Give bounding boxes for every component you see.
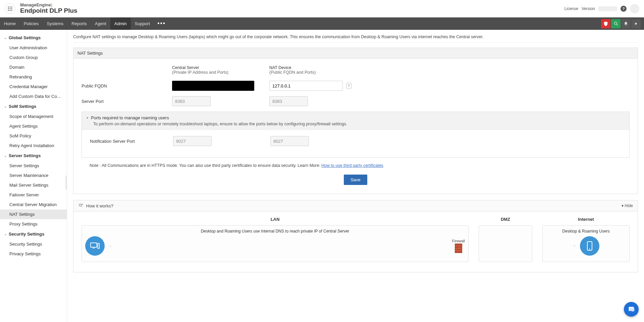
hide-label: Hide: [625, 203, 633, 208]
nav-more[interactable]: •••: [154, 17, 169, 30]
svg-point-5: [11, 8, 12, 9]
how-body: LAN Desktop and Roaming Users use Intern…: [73, 211, 638, 272]
column-headers: Central Server (Private IP Address and P…: [82, 65, 630, 75]
zone-lan-title: LAN: [82, 217, 469, 222]
nav-admin[interactable]: Admin: [110, 17, 131, 30]
col-central-sub: (Private IP Address and Ports): [172, 70, 269, 75]
nat-settings-panel: NAT Settings Central Server (Private IP …: [73, 48, 638, 194]
nav-reports[interactable]: Reports: [67, 17, 91, 30]
brand-bottom: Endpoint DLP Plus: [20, 7, 77, 14]
sidebar-item-user-admin[interactable]: User Administration: [0, 43, 67, 53]
how-header: How it works? ▾ Hide: [73, 200, 638, 211]
hide-toggle[interactable]: ▾ Hide: [622, 203, 633, 208]
input-server-port-nat[interactable]: [269, 96, 308, 106]
input-public-fqdn-central[interactable]: [172, 81, 254, 91]
sidebar-item-custom-data[interactable]: Add Custom Data for Comput...: [0, 91, 67, 101]
quick-actions-icon[interactable]: [631, 19, 641, 28]
sidebar-item-mail-server[interactable]: Mail Server Settings: [0, 180, 67, 190]
how-title: How it works?: [86, 203, 113, 208]
app-header: ManageEngine) Endpoint DLP Plus License …: [0, 0, 644, 17]
sub-panel-body: Notification Server Port: [82, 130, 629, 157]
sidebar-group-global[interactable]: ⌄Global Settings: [0, 33, 67, 43]
sidebar-item-som-policy[interactable]: SoM Policy: [0, 131, 67, 141]
user-avatar[interactable]: [630, 4, 639, 13]
sidebar-item-privacy-settings[interactable]: Privacy Settings: [0, 249, 67, 259]
nav-agent[interactable]: Agent: [91, 17, 110, 30]
sidebar-item-nat[interactable]: NAT Settings: [0, 209, 67, 219]
svg-point-3: [8, 8, 9, 9]
input-notification-port-central[interactable]: [173, 136, 212, 146]
help-icon[interactable]: ?: [621, 6, 627, 12]
page-intro: Configure NAT settings to manage Desktop…: [73, 35, 638, 43]
version-label: Version: [582, 6, 595, 11]
apps-launcher-button[interactable]: [5, 3, 15, 14]
zone-dmz-title: DMZ: [479, 217, 532, 222]
help-public-fqdn[interactable]: ?: [346, 83, 352, 89]
sidebar-group-label: Global Settings: [9, 35, 41, 40]
col-nat-title: NAT Device: [269, 65, 367, 70]
sidebar-item-domain[interactable]: Domain: [0, 62, 67, 72]
body: ⌄Global Settings User Administration Cus…: [0, 30, 644, 322]
sidebar-item-proxy[interactable]: Proxy Settings: [0, 219, 67, 229]
brand-block: ManageEngine) Endpoint DLP Plus: [20, 3, 77, 14]
save-row: Save: [82, 168, 630, 187]
zones: LAN Desktop and Roaming Users use Intern…: [82, 217, 630, 262]
svg-point-8: [11, 10, 12, 11]
firewall-label: Firewall: [452, 239, 465, 243]
chat-icon: [628, 306, 635, 313]
security-alert-icon[interactable]: [601, 19, 610, 28]
svg-point-2: [11, 6, 12, 7]
firewall-icon: [455, 244, 462, 253]
save-button[interactable]: Save: [344, 175, 367, 185]
row-public-fqdn: Public FQDN ?: [82, 81, 630, 91]
svg-point-1: [10, 6, 11, 7]
col-central-header: Central Server (Private IP Address and P…: [172, 65, 269, 75]
label-server-port: Server Port: [82, 99, 172, 104]
search-icon[interactable]: [611, 19, 621, 28]
input-server-port-central[interactable]: [172, 96, 211, 106]
sidebar-item-central-migration[interactable]: Central Server Migration: [0, 200, 67, 209]
chevron-down-icon: ⌄: [4, 36, 7, 40]
chevron-down-icon[interactable]: ▾: [87, 116, 88, 120]
nav-left: Home Policies Systems Reports Agent Admi…: [0, 17, 169, 30]
row-server-port: Server Port: [82, 96, 630, 106]
sidebar-group-security[interactable]: ⌄Security Settings: [0, 229, 67, 239]
col-nat-header: NAT Device (Public FQDN and Ports): [269, 65, 367, 75]
zone-internet: Internet Desktop & Roaming Users →: [542, 217, 630, 262]
svg-point-7: [10, 10, 11, 11]
sidebar-group-som[interactable]: ⌄SoM Settings: [0, 101, 67, 112]
sidebar-item-server-maint[interactable]: Server Maintenance: [0, 171, 67, 180]
nav-home[interactable]: Home: [0, 17, 20, 30]
svg-point-11: [79, 204, 82, 206]
nav-support[interactable]: Support: [131, 17, 154, 30]
sidebar-item-server-settings[interactable]: Server Settings: [0, 161, 67, 171]
arrow-icon: →: [108, 244, 112, 248]
form-area: Central Server (Private IP Address and P…: [73, 59, 638, 194]
zone-internet-box: Desktop & Roaming Users →: [542, 225, 630, 262]
nav-systems[interactable]: Systems: [43, 17, 67, 30]
link-third-party-certs[interactable]: How to use third party certificates: [321, 163, 383, 168]
chat-button[interactable]: [624, 302, 639, 317]
sidebar-item-security-settings[interactable]: Security Settings: [0, 239, 67, 249]
input-notification-port-nat[interactable]: [270, 136, 309, 146]
nav-policies[interactable]: Policies: [20, 17, 43, 30]
sidebar-item-rebranding[interactable]: Rebranding: [0, 72, 67, 82]
sidebar-item-scope[interactable]: Scope of Management: [0, 112, 67, 121]
license-link[interactable]: License: [565, 6, 578, 11]
sidebar-resize-handle[interactable]: [65, 176, 67, 189]
zone-dmz-box: [479, 225, 532, 262]
sidebar-item-failover[interactable]: Failover Server: [0, 190, 67, 200]
header-right: License Version ?: [565, 4, 639, 13]
https-note: Note : All Communications are in HTTPS m…: [82, 158, 630, 168]
svg-line-10: [616, 24, 618, 25]
main-nav: Home Policies Systems Reports Agent Admi…: [0, 17, 644, 30]
sidebar-item-credential-manager[interactable]: Credential Manager: [0, 82, 67, 91]
firewall-block: Firewall: [452, 239, 465, 253]
sidebar-item-retry-agent[interactable]: Retry Agent Installation: [0, 141, 67, 150]
notifications-icon[interactable]: [621, 19, 631, 28]
label-public-fqdn: Public FQDN: [82, 83, 172, 88]
sidebar-group-server[interactable]: ⌄Server Settings: [0, 150, 67, 161]
sidebar-item-custom-group[interactable]: Custom Group: [0, 53, 67, 62]
input-public-fqdn-nat[interactable]: [269, 81, 343, 91]
sidebar-item-agent-settings[interactable]: Agent Settings: [0, 121, 67, 131]
